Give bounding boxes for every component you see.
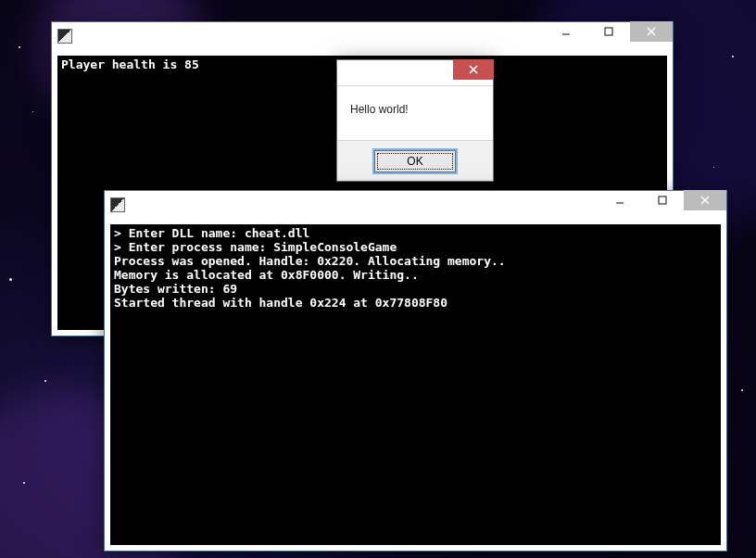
console-icon	[110, 197, 125, 212]
dialog-message: Hello world!	[337, 86, 493, 140]
console-line: > Enter DLL name: cheat.dll	[114, 226, 309, 240]
console-line: Started thread with handle 0x224 at 0x77…	[114, 296, 447, 310]
close-button[interactable]	[630, 21, 673, 42]
maximize-button[interactable]	[641, 190, 684, 210]
console-line: Process was opened. Handle: 0x220. Alloc…	[114, 254, 506, 268]
message-dialog: Hello world! OK	[336, 59, 494, 182]
svg-rect-1	[605, 28, 612, 35]
ok-button[interactable]: OK	[374, 150, 456, 172]
titlebar	[105, 191, 726, 219]
maximize-button[interactable]	[587, 21, 630, 42]
close-button[interactable]	[453, 59, 494, 80]
dialog-titlebar	[337, 60, 493, 86]
close-button[interactable]	[684, 190, 726, 210]
titlebar	[52, 22, 673, 50]
console-icon	[57, 29, 72, 44]
svg-rect-7	[659, 197, 666, 204]
minimize-button[interactable]	[545, 21, 587, 42]
minimize-button[interactable]	[598, 190, 641, 210]
console-window-2: > Enter DLL name: cheat.dll > Enter proc…	[104, 190, 727, 552]
console-line: Memory is allocated at 0x8F0000. Writing…	[114, 268, 419, 282]
console-line: Bytes written: 69	[114, 282, 237, 296]
console-line: Player health is 85	[61, 57, 199, 71]
console-line: > Enter process name: SimpleConsoleGame	[114, 240, 397, 254]
dialog-footer: OK	[337, 140, 493, 181]
console-output: > Enter DLL name: cheat.dll > Enter proc…	[110, 224, 721, 545]
